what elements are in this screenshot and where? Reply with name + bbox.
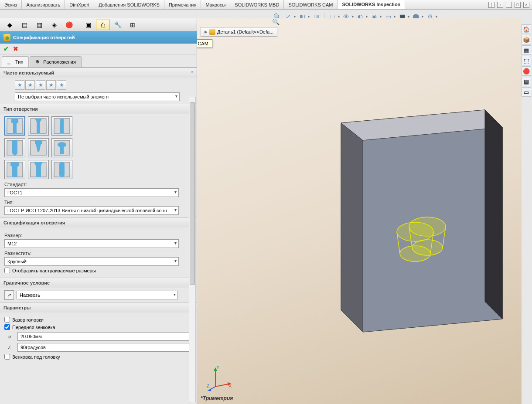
part-icon xyxy=(209,29,215,35)
pipe-tap-button[interactable] xyxy=(28,138,49,157)
resources-icon[interactable]: 📦 xyxy=(522,35,531,44)
place-combo[interactable]: Крупный xyxy=(4,257,179,266)
feature-breadcrumb[interactable]: ▶ Деталь1 (Default<<Defa... xyxy=(201,27,277,37)
svg-rect-1 xyxy=(11,119,18,123)
hole-type-section: Тип отверстия˄ Стандарт: ГОСТ1 Тип: ГОСТ… xyxy=(0,104,197,217)
parameters-header[interactable]: Параметры˄ xyxy=(0,303,197,312)
type-combo[interactable]: ГОСТ Р ИСО 1207-2013 Винты с низкой цили… xyxy=(4,206,179,215)
tab-dimxpert[interactable]: DimXpert xyxy=(65,0,94,9)
page-title: Спецификация отверстий xyxy=(13,35,75,40)
countersink-slot-button[interactable] xyxy=(28,160,49,179)
svg-rect-5 xyxy=(37,122,40,133)
end-condition-header[interactable]: Граничное условие˄ xyxy=(0,278,197,288)
panel-scrollbar[interactable] xyxy=(189,97,196,402)
under-head-row[interactable]: Зенковка под головку xyxy=(4,354,192,360)
tab-type[interactable]: ⎯Тип xyxy=(2,56,29,67)
chevron-up-icon: ˄ xyxy=(191,71,193,75)
size-combo[interactable]: M12 xyxy=(4,239,179,248)
front-countersink-row[interactable]: Передняя зенковка xyxy=(4,324,192,330)
load-favorite-icon[interactable]: ★ xyxy=(57,80,66,90)
countersink-button[interactable] xyxy=(28,116,49,136)
favorites-combo[interactable]: Не выбран часто используемый элемент xyxy=(15,92,180,101)
head-clearance-checkbox[interactable] xyxy=(4,317,10,323)
dimxpert-manager-icon[interactable]: ◈ xyxy=(47,20,61,30)
tab-analyze[interactable]: Анализировать xyxy=(22,0,65,9)
appearances-icon[interactable]: 🔴 xyxy=(522,66,531,76)
head-clearance-row[interactable]: Зазор головки xyxy=(4,317,192,323)
reverse-direction-button[interactable]: ↗ xyxy=(4,290,14,300)
configuration-icon[interactable]: ▦ xyxy=(32,20,46,30)
counterbore-slot-button[interactable] xyxy=(4,160,25,179)
show-custom-checkbox[interactable] xyxy=(4,268,10,273)
legacy-hole-button[interactable] xyxy=(51,138,72,157)
breadcrumb-arrow-icon: ▶ xyxy=(205,30,208,34)
tab-sketch[interactable]: Эскиз xyxy=(0,0,22,9)
svg-rect-12 xyxy=(35,140,42,144)
svg-point-31 xyxy=(409,217,446,236)
cam-operation-tree-icon[interactable]: ⎙ xyxy=(96,20,110,30)
under-head-checkbox[interactable] xyxy=(4,354,10,360)
cancel-button[interactable]: ✖ xyxy=(13,45,18,52)
property-manager-panel: ◆ ▤ ▦ ◈ 🔴 ▣ ⎙ 🔧 ⊞ ◉ Спецификация отверст… xyxy=(0,18,197,404)
hole-simple-button[interactable] xyxy=(51,116,72,136)
csk-diameter-input[interactable] xyxy=(17,332,192,341)
update-favorite-icon[interactable]: ★ xyxy=(25,80,35,90)
forum-icon[interactable]: ▭ xyxy=(522,87,531,97)
place-label: Разместить: xyxy=(4,251,192,256)
svg-marker-29 xyxy=(485,110,502,319)
parameters-section: Параметры˄ Зазор головки Передняя зенков… xyxy=(0,302,197,364)
svg-marker-28 xyxy=(341,123,363,332)
add-favorite-icon[interactable]: ★ xyxy=(15,80,24,90)
svg-rect-16 xyxy=(60,145,64,154)
feature-manager-tabs: ◆ ▤ ▦ ◈ 🔴 ▣ ⎙ 🔧 ⊞ xyxy=(0,18,197,31)
ok-button[interactable]: ✔ xyxy=(3,45,9,52)
svg-rect-7 xyxy=(60,119,64,133)
svg-rect-19 xyxy=(12,166,17,177)
collapse-icon[interactable]: ⟨ xyxy=(488,2,494,8)
tab-inspection[interactable]: SOLIDWORKS Inspection xyxy=(338,0,405,9)
display-manager-icon[interactable]: 🔴 xyxy=(62,20,76,30)
file-explorer-icon[interactable]: ⬚ xyxy=(522,56,531,65)
task-pane: 🏠 📦 ▦ ⬚ 🔴 ▤ ▭ xyxy=(522,24,532,97)
cam-tools-icon[interactable]: 🔧 xyxy=(111,20,125,30)
save-favorite-icon[interactable]: ★ xyxy=(46,80,56,90)
maximize-button[interactable]: □ xyxy=(515,2,521,8)
expand-icon[interactable]: ⟩ xyxy=(497,2,503,8)
property-manager-confirm: ✔ ✖ xyxy=(0,44,197,54)
cam-tree-icon[interactable]: ▣ xyxy=(81,20,95,30)
zoom-fit-small-icon[interactable]: 🔍 xyxy=(272,18,280,25)
hole-spec-header[interactable]: Спецификация отверстия˄ xyxy=(0,218,197,227)
show-custom-row[interactable]: Отобразить настраиваемые размеры xyxy=(4,268,192,273)
hole-type-grid xyxy=(4,116,83,179)
tab-mbd[interactable]: SOLIDWORKS MBD xyxy=(230,0,284,9)
design-library-icon[interactable]: ▦ xyxy=(522,45,531,55)
tapped-hole-button[interactable] xyxy=(4,138,25,157)
tab-positions[interactable]: ⊕Расположения xyxy=(30,56,82,67)
close-button[interactable]: × xyxy=(523,2,529,8)
delete-favorite-icon[interactable]: ★ xyxy=(36,80,45,90)
end-condition-combo[interactable]: Насквозь xyxy=(17,291,178,299)
tooltip: Дерево операций SOLIDWORKS CAM xyxy=(197,39,212,48)
tab-macros[interactable]: Макросы xyxy=(201,0,230,9)
feature-tree-icon[interactable]: ◆ xyxy=(3,20,17,30)
scroll-thumb[interactable] xyxy=(190,102,195,285)
front-countersink-checkbox[interactable] xyxy=(4,324,10,330)
favorites-header[interactable]: Часто используемый˄ xyxy=(0,68,197,78)
cam-tolerance-icon[interactable]: ⊞ xyxy=(126,20,140,30)
minimize-button[interactable]: — xyxy=(506,2,512,8)
tab-annotations[interactable]: Примечания xyxy=(164,0,201,9)
custom-props-icon[interactable]: ▤ xyxy=(522,77,531,86)
model-preview xyxy=(315,105,507,336)
property-manager-header: ◉ Спецификация отверстий xyxy=(0,31,197,44)
standard-combo[interactable]: ГОСТ1 xyxy=(4,188,179,197)
slot-button[interactable] xyxy=(51,160,72,179)
favorites-section: Часто используемый˄ ★ ★ ★ ★ ★ Не выбран … xyxy=(0,68,197,104)
csk-angle-input[interactable] xyxy=(17,343,192,352)
graphics-viewport[interactable]: 🔍 ▶ Деталь1 (Default<<Defa... Дерево опе… xyxy=(197,18,522,404)
hole-type-header[interactable]: Тип отверстия˄ xyxy=(0,104,197,114)
home-icon[interactable]: 🏠 xyxy=(522,24,531,34)
tab-cam[interactable]: SOLIDWORKS CAM xyxy=(284,0,338,9)
property-manager-icon[interactable]: ▤ xyxy=(17,20,31,30)
counterbore-button[interactable] xyxy=(4,116,25,136)
tab-addins[interactable]: Добавления SOLIDWORKS xyxy=(94,0,164,9)
